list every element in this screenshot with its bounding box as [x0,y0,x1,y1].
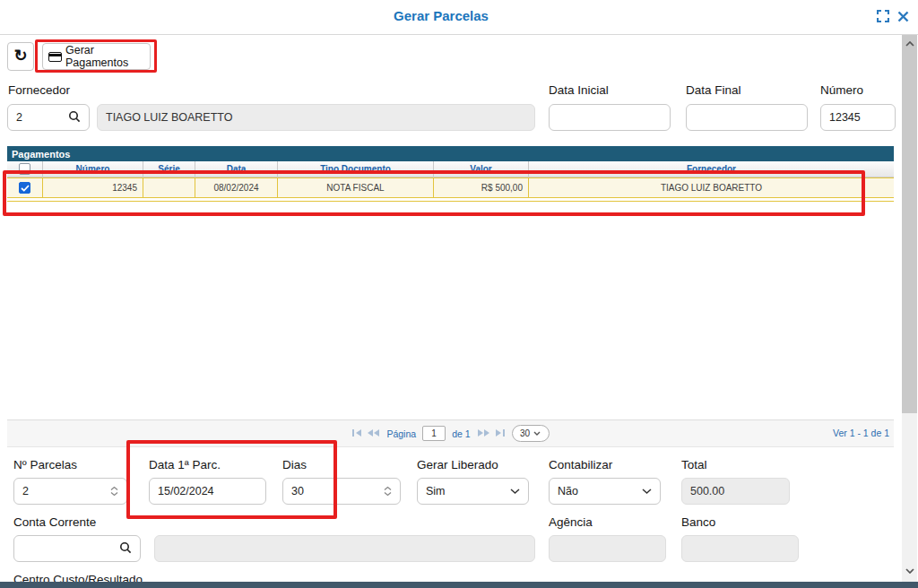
dias-stepper[interactable]: 30 [282,478,401,505]
gerar-liberado-label: Gerar Liberado [417,458,498,471]
data-primeira-parcela-input[interactable]: 15/02/2024 [149,478,266,505]
col-header-serie[interactable]: Série [143,161,195,177]
fornecedor-name-field: TIAGO LUIZ BOARETTO [97,104,535,131]
col-header-data[interactable]: Data [195,161,278,177]
conta-corrente-name-field [154,535,535,562]
fornecedor-code-value: 2 [16,111,22,124]
col-header-fornecedor[interactable]: Fornecedor [529,161,894,177]
window-bottom-edge [0,582,918,588]
refresh-button[interactable]: ↻ [7,42,34,71]
refresh-icon: ↻ [13,46,27,65]
search-icon[interactable] [119,541,132,557]
numero-input[interactable] [820,104,896,131]
banco-field [681,535,799,562]
close-icon[interactable] [897,11,909,22]
search-icon[interactable] [68,110,81,125]
stepper-arrows-icon[interactable] [384,487,392,497]
fornecedor-code-input[interactable]: 2 [7,104,90,131]
page-size-select[interactable]: 30 [512,425,550,442]
pagina-label: Página [386,428,416,439]
col-header-tipo-documento[interactable]: Tipo Documento [278,161,434,177]
total-value: 500.00 [690,485,724,497]
select-all-checkbox[interactable] [19,163,30,175]
pagamentos-grid: Pagamentos Número Série Data Tipo Docume… [7,146,894,418]
chevron-down-icon [510,489,520,494]
gerar-pagamentos-button[interactable]: Gerar Pagamentos [42,43,151,70]
total-label: Total [681,458,707,471]
next-page-icon[interactable] [477,428,490,439]
grid-caption: Pagamentos [7,146,894,161]
stepper-arrows-icon[interactable] [110,487,118,497]
col-header-numero[interactable]: Número [43,161,143,177]
scroll-down-icon[interactable] [904,565,915,576]
n-parcelas-value: 2 [22,485,29,497]
cell-tipo-documento: NOTA FISCAL [278,178,434,197]
n-parcelas-stepper[interactable]: 2 [13,478,127,505]
page-size-value: 30 [520,428,530,438]
gerar-liberado-select[interactable]: Sim [417,478,529,505]
last-page-icon[interactable] [494,428,506,439]
cell-fornecedor: TIAGO LUIZ BOARETTO [529,178,894,197]
gerar-liberado-value: Sim [426,485,446,497]
col-header-valor[interactable]: Valor [434,161,529,177]
cell-valor: R$ 500,00 [434,178,529,197]
data-final-input[interactable] [686,104,808,131]
grid-empty-area [7,202,894,418]
data-inicial-input[interactable] [549,104,671,131]
data-inicial-label: Data Inicial [549,83,609,97]
scroll-up-icon[interactable] [904,38,915,49]
modal-titlebar: Gerar Parcelas [0,0,918,35]
conta-corrente-input[interactable] [13,535,141,562]
cell-numero: 12345 [43,178,143,197]
data-primeira-parcela-label: Data 1ª Parc. [149,458,221,471]
grid-pager: Página de 1 30 Ver 1 - 1 de 1 [7,419,894,447]
fornecedor-label: Fornecedor [8,83,70,97]
contabilizar-value: Não [558,485,578,497]
row-checkbox[interactable] [19,182,30,194]
chevron-down-icon [642,489,652,494]
scrollbar-thumb[interactable] [902,35,917,413]
first-page-icon[interactable] [351,428,363,439]
cell-data: 08/02/2024 [195,178,278,197]
table-row[interactable]: 12345 08/02/2024 NOTA FISCAL R$ 500,00 T… [7,177,894,198]
dias-label: Dias [282,458,307,471]
record-range-label: Ver 1 - 1 de 1 [833,428,889,438]
expand-icon[interactable] [877,10,889,22]
fornecedor-name-value: TIAGO LUIZ BOARETTO [106,111,232,124]
vertical-scrollbar[interactable] [902,35,917,582]
page-number-input[interactable] [422,426,446,441]
page-of-label: de 1 [452,428,470,439]
conta-corrente-label: Conta Corrente [13,515,96,529]
page-title: Gerar Parcelas [0,8,882,23]
cell-serie [143,178,195,197]
banco-label: Banco [681,515,715,529]
numero-label: Número [820,83,863,97]
agencia-field [549,535,666,562]
contabilizar-select[interactable]: Não [549,478,661,505]
total-field: 500.00 [681,478,790,505]
contabilizar-label: Contabilizar [549,458,612,471]
data-final-label: Data Final [686,83,741,97]
grid-header-row: Número Série Data Tipo Documento Valor F… [7,161,894,177]
gerar-pagamentos-label: Gerar Pagamentos [65,44,144,69]
dias-value: 30 [291,485,304,497]
payment-card-icon [48,52,62,62]
prev-page-icon[interactable] [367,428,380,439]
agencia-label: Agência [549,515,593,529]
n-parcelas-label: Nº Parcelas [13,458,77,471]
data-primeira-parcela-value: 15/02/2024 [158,485,214,497]
